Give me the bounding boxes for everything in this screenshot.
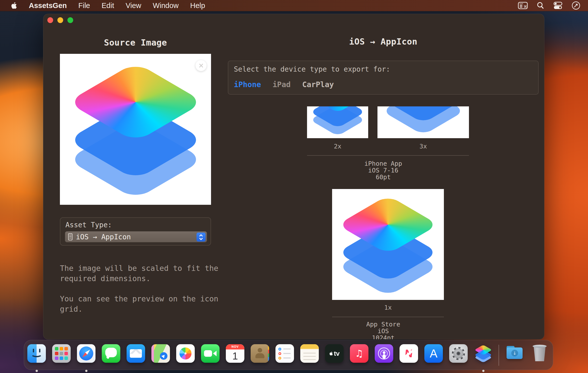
dock-item-safari[interactable]: [77, 344, 95, 363]
dropdown-stepper-icon[interactable]: [197, 233, 206, 242]
dock-item-launchpad[interactable]: [52, 344, 71, 363]
running-indicator: [482, 370, 484, 372]
command-palette-icon[interactable]: ⌘: [518, 2, 528, 10]
maps-icon: [151, 344, 170, 363]
zoom-button[interactable]: [67, 17, 73, 23]
caption-line: 1024pt: [228, 334, 539, 339]
trash-icon: [530, 344, 549, 363]
dock-item-system-settings[interactable]: [449, 344, 468, 363]
safari-icon: [77, 344, 95, 363]
reminders-icon: [275, 344, 294, 363]
dock: NOV 1 tv ♫ N A: [24, 340, 553, 370]
minimize-button[interactable]: [57, 17, 63, 23]
dock-item-notes[interactable]: [300, 344, 319, 363]
dock-item-messages[interactable]: [102, 344, 120, 363]
caption-line: iOS: [228, 328, 539, 334]
close-x-icon: [199, 63, 204, 68]
dock-item-podcasts[interactable]: [375, 344, 393, 363]
svg-text:⌘: ⌘: [524, 5, 527, 9]
spotlight-search-icon[interactable]: [536, 2, 544, 10]
device-tab-carplay[interactable]: CarPlay: [302, 80, 334, 89]
notes-icon: [300, 344, 319, 363]
finder-icon: [27, 344, 46, 363]
source-panel-title: Source Image: [60, 38, 211, 48]
device-prompt: Select the device type to export for:: [234, 65, 390, 73]
dock-item-maps[interactable]: [151, 344, 170, 363]
dock-item-photos[interactable]: [176, 344, 195, 363]
app-store-caption: App Store iOS 1024pt: [228, 321, 539, 339]
assetsgen-app-icon: [474, 344, 493, 363]
dock-item-calendar[interactable]: NOV 1: [226, 344, 244, 363]
calendar-month: NOV: [226, 344, 244, 349]
dock-item-music[interactable]: ♫: [350, 344, 368, 363]
messages-icon: [102, 344, 120, 363]
dock-item-facetime[interactable]: [201, 344, 220, 363]
iphone-glyph-icon: [68, 233, 72, 240]
scale-label-1x: 1x: [332, 304, 444, 311]
info-text-line-2: You can see the preview on the icon grid…: [60, 294, 220, 314]
close-button[interactable]: [47, 17, 53, 23]
photos-icon: [176, 344, 195, 363]
download-arrow-glyph: ↓: [511, 350, 518, 356]
preview-3x-image: [377, 106, 469, 138]
dock-item-mail[interactable]: [127, 344, 145, 363]
menu-edit[interactable]: Edit: [102, 2, 114, 10]
dock-item-trash[interactable]: [530, 344, 549, 363]
dock-item-finder[interactable]: [27, 344, 46, 363]
apple-tv-icon: tv: [325, 344, 344, 363]
facetime-icon: [201, 344, 220, 363]
scale-label-2x: 2x: [307, 143, 368, 150]
menu-help[interactable]: Help: [190, 2, 205, 10]
music-note-glyph: ♫: [355, 348, 363, 359]
arrow-circle-icon[interactable]: [571, 1, 580, 10]
scale-label-3x: 3x: [377, 143, 469, 150]
asset-type-value: iOS → AppIcon: [76, 233, 131, 241]
group-divider: [307, 155, 469, 156]
running-indicator: [85, 370, 87, 372]
info-text-line-1: The image will be scaled to fit the requ…: [60, 263, 220, 284]
iphone-app-caption: iPhone App iOS 7-16 60pt: [228, 160, 539, 180]
apple-menu-icon[interactable]: [11, 2, 17, 9]
music-icon: ♫: [350, 344, 368, 363]
menubar-app-name[interactable]: AssetsGen: [29, 2, 67, 10]
dock-separator: [499, 345, 499, 366]
menu-view[interactable]: View: [126, 2, 141, 10]
caption-line: 60pt: [228, 174, 539, 180]
dock-item-reminders[interactable]: [275, 344, 294, 363]
menu-bar: AssetsGen File Edit View Window Help ⌘: [0, 0, 588, 11]
layers-artwork: [60, 54, 211, 205]
dock-item-app-store[interactable]: A: [424, 344, 443, 363]
menu-window[interactable]: Window: [153, 2, 179, 10]
dock-item-tv[interactable]: tv: [325, 344, 344, 363]
asset-type-group: Asset Type: iOS → AppIcon: [60, 217, 211, 246]
menu-file[interactable]: File: [78, 2, 90, 10]
assetsgen-window: Source Image Asset Type: iOS → AppIcon T…: [43, 14, 544, 339]
news-icon: N: [400, 344, 418, 363]
calendar-day: 1: [226, 349, 244, 363]
device-tab-iphone[interactable]: iPhone: [234, 80, 261, 89]
device-type-selector: Select the device type to export for: iP…: [228, 61, 539, 95]
app-store-glyph: A: [430, 347, 438, 360]
caption-line: App Store: [228, 321, 539, 328]
dock-item-news[interactable]: N: [400, 344, 418, 363]
group-divider: [332, 317, 444, 317]
caption-line: iOS 7-16: [228, 167, 539, 174]
dock-item-downloads[interactable]: ↓: [505, 344, 524, 363]
caption-line: iPhone App: [228, 160, 539, 167]
source-image-preview: [60, 54, 211, 205]
launchpad-icon: [52, 344, 71, 363]
settings-gear-icon: [449, 344, 468, 363]
device-tab-ipad[interactable]: iPad: [272, 80, 290, 89]
export-panel-title: iOS → AppIcon: [228, 37, 539, 47]
asset-type-dropdown[interactable]: iOS → AppIcon: [65, 231, 207, 242]
asset-type-label: Asset Type:: [65, 221, 112, 229]
remove-image-button[interactable]: [195, 60, 207, 71]
preview-2x-image: [307, 106, 368, 138]
dock-item-assetsgen[interactable]: [474, 344, 493, 363]
running-indicator: [36, 370, 38, 372]
info-text: The image will be scaled to fit the requ…: [60, 263, 220, 314]
dock-item-contacts[interactable]: [251, 344, 269, 363]
control-center-icon[interactable]: [553, 2, 563, 10]
contacts-icon: [251, 344, 269, 363]
app-store-icon: A: [424, 344, 443, 363]
